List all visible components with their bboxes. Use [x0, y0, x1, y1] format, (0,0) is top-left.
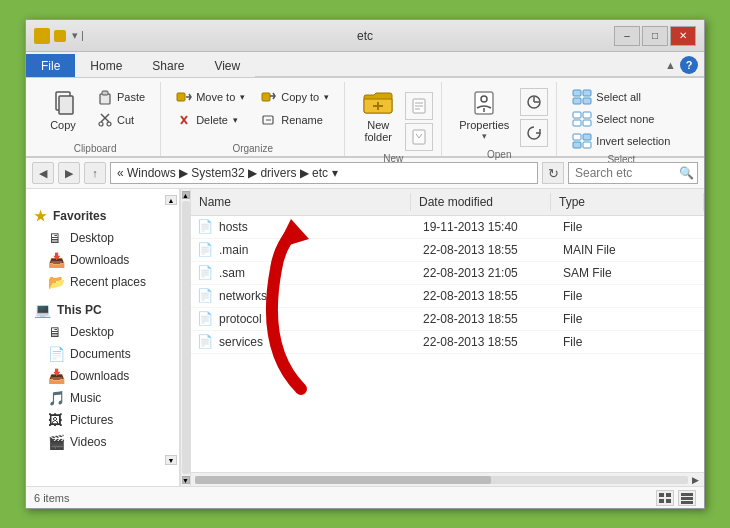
address-path-dropdown[interactable]: ▾: [332, 166, 338, 180]
sidebar-up-arrow[interactable]: ▲: [165, 195, 177, 205]
title-bar: ▾ | etc – □ ✕: [26, 20, 704, 52]
sidebar-item-videos[interactable]: 🎬 Videos: [26, 431, 179, 453]
sidebar-item-recent-places[interactable]: 📂 Recent places: [26, 271, 179, 293]
table-row[interactable]: 📄 networks 22-08-2013 18:55 File: [191, 285, 704, 308]
sidebar-item-desktop-fav[interactable]: 🖥 Desktop: [26, 227, 179, 249]
history-item[interactable]: [520, 119, 548, 147]
sidebar-item-downloads-fav-label: Downloads: [70, 253, 129, 267]
address-path[interactable]: « Windows ▶ System32 ▶ drivers ▶ etc ▾: [110, 162, 538, 184]
desktop-pc-icon: 🖥: [48, 324, 64, 340]
invert-selection-icon: [572, 133, 592, 149]
tab-home[interactable]: Home: [75, 54, 137, 77]
rename-button[interactable]: Rename: [254, 109, 336, 131]
table-row[interactable]: 📄 services 22-08-2013 18:55 File: [191, 331, 704, 354]
move-to-button[interactable]: Move to ▾: [169, 86, 252, 108]
copy-button[interactable]: Copy: [38, 82, 88, 136]
sidebar-scrollbar[interactable]: ▲ ▼: [180, 189, 190, 486]
scrollbar-up-btn[interactable]: ▲: [182, 191, 190, 199]
scrollbar-thumb[interactable]: [182, 201, 190, 474]
ribbon-content: Copy Paste: [26, 78, 704, 158]
properties-button[interactable]: Properties ▾: [450, 82, 518, 146]
sidebar-item-downloads-pc[interactable]: 📥 Downloads: [26, 365, 179, 387]
open-group: Properties ▾: [442, 82, 557, 156]
ribbon-collapse-icon[interactable]: ▲: [665, 59, 676, 71]
window-title: etc: [357, 29, 373, 43]
h-scrollbar[interactable]: ▶: [191, 472, 704, 486]
music-icon: 🎵: [48, 390, 64, 406]
view-details-btn[interactable]: [678, 490, 696, 506]
select-none-button[interactable]: Select none: [565, 108, 677, 130]
copy-to-button[interactable]: Copy to ▾: [254, 86, 336, 108]
delete-label: Delete: [196, 114, 228, 126]
h-scrollbar-thumb[interactable]: [195, 476, 491, 484]
sidebar-item-videos-label: Videos: [70, 435, 106, 449]
table-row[interactable]: 📄 hosts 19-11-2013 15:40 File: [191, 216, 704, 239]
svg-point-6: [99, 122, 103, 126]
search-input[interactable]: [568, 162, 698, 184]
status-bar: 6 items: [26, 486, 704, 508]
file-name: hosts: [219, 220, 423, 234]
cut-button[interactable]: Cut: [90, 109, 152, 131]
table-row[interactable]: 📄 .main 22-08-2013 18:55 MAIN File: [191, 239, 704, 262]
sidebar-favorites-header[interactable]: ★ Favorites: [26, 205, 179, 227]
svg-rect-20: [413, 130, 425, 144]
back-button[interactable]: ◀: [32, 162, 54, 184]
paste-icon: [97, 89, 113, 105]
sidebar-item-music-label: Music: [70, 391, 101, 405]
svg-rect-28: [583, 90, 591, 96]
file-name: .sam: [219, 266, 423, 280]
sidebar-down-arrow[interactable]: ▼: [165, 455, 177, 465]
minimize-button[interactable]: –: [614, 26, 640, 46]
sidebar-item-desktop-pc[interactable]: 🖥 Desktop: [26, 321, 179, 343]
clipboard-group: Copy Paste: [30, 82, 161, 156]
sidebar-this-pc-header[interactable]: 💻 This PC: [26, 299, 179, 321]
tab-view[interactable]: View: [199, 54, 255, 77]
view-list-btn[interactable]: [656, 490, 674, 506]
paste-label: Paste: [117, 91, 145, 103]
sidebar-item-documents[interactable]: 📄 Documents: [26, 343, 179, 365]
up-button[interactable]: ↑: [84, 162, 106, 184]
h-scroll-right[interactable]: ▶: [692, 475, 704, 485]
sidebar-item-pictures[interactable]: 🖼 Pictures: [26, 409, 179, 431]
sidebar-item-music[interactable]: 🎵 Music: [26, 387, 179, 409]
file-type: File: [563, 312, 704, 326]
new-folder-button[interactable]: Newfolder: [353, 82, 403, 148]
paste-button[interactable]: Paste: [90, 86, 152, 108]
col-header-type[interactable]: Type: [551, 193, 704, 211]
table-row[interactable]: 📄 .sam 22-08-2013 21:05 SAM File: [191, 262, 704, 285]
new-item-1[interactable]: [405, 92, 433, 120]
forward-button[interactable]: ▶: [58, 162, 80, 184]
new-group-label: New: [353, 151, 433, 166]
maximize-button[interactable]: □: [642, 26, 668, 46]
invert-selection-button[interactable]: Invert selection: [565, 130, 677, 152]
col-header-date[interactable]: Date modified: [411, 193, 551, 211]
sidebar-item-pictures-label: Pictures: [70, 413, 113, 427]
tab-share[interactable]: Share: [137, 54, 199, 77]
delete-icon: [176, 112, 192, 128]
svg-rect-44: [681, 493, 693, 496]
help-button[interactable]: ?: [680, 56, 698, 74]
col-header-name[interactable]: Name: [191, 193, 411, 211]
svg-rect-37: [573, 142, 581, 148]
svg-rect-34: [583, 120, 591, 126]
select-all-button[interactable]: Select all: [565, 86, 677, 108]
table-row[interactable]: 📄 protocol 22-08-2013 18:55 File: [191, 308, 704, 331]
file-type: File: [563, 335, 704, 349]
open-item[interactable]: [520, 88, 548, 116]
clipboard-group-content: Copy Paste: [38, 82, 152, 141]
svg-rect-32: [583, 112, 591, 118]
close-button[interactable]: ✕: [670, 26, 696, 46]
sidebar-item-downloads-pc-label: Downloads: [70, 369, 129, 383]
file-icon: 📄: [197, 334, 213, 350]
tab-file[interactable]: File: [26, 54, 75, 77]
sidebar-item-downloads-fav[interactable]: 📥 Downloads: [26, 249, 179, 271]
open-col: [520, 82, 548, 147]
refresh-button[interactable]: ↻: [542, 162, 564, 184]
scrollbar-down-btn[interactable]: ▼: [182, 476, 190, 484]
new-item-2[interactable]: [405, 123, 433, 151]
delete-button[interactable]: Delete ▾: [169, 109, 252, 131]
file-icon: 📄: [197, 219, 213, 235]
svg-rect-41: [666, 493, 671, 497]
file-icon: 📄: [197, 265, 213, 281]
sidebar-item-desktop-fav-label: Desktop: [70, 231, 114, 245]
